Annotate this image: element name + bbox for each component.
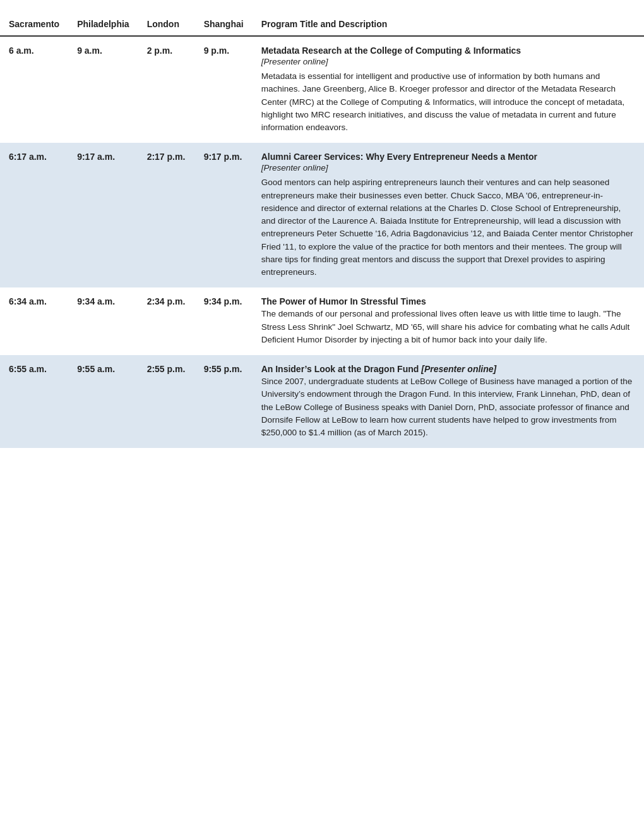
presenter-inline: [Presenter online] (421, 364, 496, 374)
philadelphia-time: 9 a.m. (68, 36, 138, 143)
philadelphia-time: 9:34 a.m. (68, 287, 138, 355)
sacramento-time: 6:34 a.m. (0, 287, 68, 355)
london-time: 2:17 p.m. (138, 143, 195, 287)
header-sacramento: Sacramento (0, 13, 68, 36)
sacramento-time: 6:17 a.m. (0, 143, 68, 287)
program-cell: Alumni Career Services: Why Every Entrep… (253, 143, 644, 287)
sacramento-time: 6:55 a.m. (0, 355, 68, 448)
shanghai-time: 9:34 p.m. (195, 287, 253, 355)
table-row: 6:55 a.m.9:55 a.m.2:55 p.m.9:55 p.m.An I… (0, 355, 644, 448)
program-description: Good mentors can help aspiring entrepren… (261, 176, 635, 279)
table-row: 6 a.m.9 a.m.2 p.m.9 p.m.Metadata Researc… (0, 36, 644, 143)
program-title: Alumni Career Services: Why Every Entrep… (261, 152, 635, 162)
sacramento-time: 6 a.m. (0, 36, 68, 143)
program-title: The Power of Humor In Stressful Times (261, 296, 635, 306)
header-philadelphia: Philadelphia (68, 13, 138, 36)
shanghai-time: 9:55 p.m. (195, 355, 253, 448)
header-program: Program Title and Description (253, 13, 644, 36)
presenter-label: [Presenter online] (261, 57, 635, 66)
program-cell: Metadata Research at the College of Comp… (253, 36, 644, 143)
program-title: An Insider’s Look at the Dragon Fund [Pr… (261, 364, 635, 374)
london-time: 2:55 p.m. (138, 355, 195, 448)
program-title: Metadata Research at the College of Comp… (261, 45, 635, 56)
header-london: London (138, 13, 195, 36)
philadelphia-time: 9:55 a.m. (68, 355, 138, 448)
london-time: 2:34 p.m. (138, 287, 195, 355)
program-description: Metadata is essential for intelligent an… (261, 70, 635, 134)
presenter-label: [Presenter online] (261, 163, 635, 172)
table-row: 6:34 a.m.9:34 a.m.2:34 p.m.9:34 p.m.The … (0, 287, 644, 355)
london-time: 2 p.m. (138, 36, 195, 143)
schedule-table: Sacramento Philadelphia London Shanghai … (0, 13, 644, 448)
program-description: The demands of our personal and professi… (261, 308, 635, 346)
header-shanghai: Shanghai (195, 13, 253, 36)
philadelphia-time: 9:17 a.m. (68, 143, 138, 287)
shanghai-time: 9:17 p.m. (195, 143, 253, 287)
program-cell: The Power of Humor In Stressful TimesThe… (253, 287, 644, 355)
table-row: 6:17 a.m.9:17 a.m.2:17 p.m.9:17 p.m.Alum… (0, 143, 644, 287)
program-description: Since 2007, undergraduate students at Le… (261, 375, 635, 439)
program-cell: An Insider’s Look at the Dragon Fund [Pr… (253, 355, 644, 448)
shanghai-time: 9 p.m. (195, 36, 253, 143)
